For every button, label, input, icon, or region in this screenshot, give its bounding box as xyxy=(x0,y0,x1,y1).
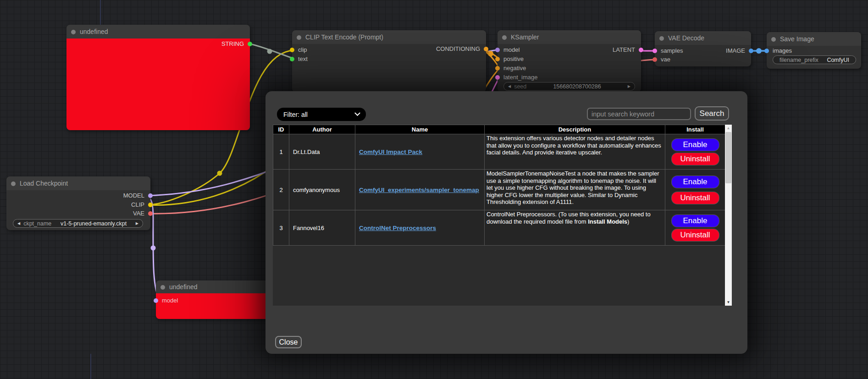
input-label: vae xyxy=(661,56,670,63)
widget-label: seed xyxy=(514,83,526,90)
output-label: LATENT xyxy=(613,46,635,53)
node-title: Save Image xyxy=(767,32,861,46)
table-row: 2 comfyanonymous ComfyUI_experiments/sam… xyxy=(273,170,725,210)
cell-description: ControlNet Preprocessors. (To use this e… xyxy=(485,210,665,246)
search-button[interactable]: Search xyxy=(695,106,729,121)
output-label: VAE xyxy=(133,210,144,217)
input-slot-text[interactable] xyxy=(290,57,294,61)
collapse-dot-icon[interactable] xyxy=(659,36,664,41)
extension-link[interactable]: ComfyUI_experiments/sampler_tonemap xyxy=(359,187,479,193)
output-slot-model[interactable] xyxy=(148,193,153,198)
input-label: latent_image xyxy=(503,74,537,81)
enable-button[interactable]: Enable xyxy=(672,215,719,227)
node-save-image[interactable]: Save Image images filename_prefix ComfyU… xyxy=(767,32,861,69)
output-slot-string[interactable] xyxy=(248,42,252,46)
cell-id: 1 xyxy=(273,134,289,170)
output-label: IMAGE xyxy=(726,47,745,54)
input-slot-latent-image[interactable] xyxy=(495,75,500,80)
node-title: KSampler xyxy=(498,30,641,44)
header-description: Description xyxy=(485,125,665,134)
reroute-dot[interactable] xyxy=(217,171,222,176)
input-slot-positive[interactable] xyxy=(495,57,500,61)
extension-link[interactable]: ControlNet Preprocessors xyxy=(359,225,436,231)
comfyui-canvas[interactable]: undefined STRING CLIP Text Encode (Promp… xyxy=(0,0,868,379)
input-slot-negative[interactable] xyxy=(495,66,500,71)
reroute-dot[interactable] xyxy=(756,48,762,54)
input-slot-model[interactable] xyxy=(154,298,158,303)
filename-prefix-widget[interactable]: filename_prefix ComfyUI xyxy=(773,55,856,64)
collapse-dot-icon[interactable] xyxy=(11,181,16,186)
cell-description: This extension offers various detector n… xyxy=(485,134,665,170)
table-row: 3 Fannovel16 ControlNet Preprocessors Co… xyxy=(273,210,725,246)
node-vae-decode[interactable]: VAE Decode samples vae IMAGE xyxy=(655,31,751,66)
header-name: Name xyxy=(355,125,485,134)
node-clip-text-encode[interactable]: CLIP Text Encode (Prompt) clip text COND… xyxy=(292,30,486,92)
ckpt-name-widget[interactable]: ◀ ckpt_name v1-5-pruned-emaonly.ckpt ▶ xyxy=(13,219,143,228)
output-slot-image[interactable] xyxy=(749,49,753,53)
enable-button[interactable]: Enable xyxy=(672,176,719,188)
filter-select[interactable]: Filter: all xyxy=(277,108,366,121)
filter-selected-value: Filter: all xyxy=(283,111,308,118)
seed-widget[interactable]: ◀ seed 156680208700286 ▶ xyxy=(503,82,635,91)
header-install: Install xyxy=(665,125,725,134)
input-slot-images[interactable] xyxy=(764,49,769,53)
widget-label: filename_prefix xyxy=(780,57,818,63)
extension-link[interactable]: ComfyUI Impact Pack xyxy=(359,148,422,155)
node-ksampler[interactable]: KSampler model positive negative latent_… xyxy=(498,30,641,92)
missing-node-body xyxy=(66,38,250,130)
close-button[interactable]: Close xyxy=(275,336,302,348)
cell-author: comfyanonymous xyxy=(289,170,355,210)
node-undefined-top[interactable]: undefined STRING xyxy=(66,25,250,130)
node-title: Load Checkpoint xyxy=(6,176,150,190)
collapse-dot-icon[interactable] xyxy=(502,35,507,40)
reroute-dot[interactable] xyxy=(267,49,272,54)
output-slot-conditioning[interactable] xyxy=(484,47,488,51)
cell-author: Dr.Lt.Data xyxy=(289,134,355,170)
table-scrollbar[interactable]: ▲ ▼ xyxy=(725,125,732,306)
output-label: STRING xyxy=(221,40,244,47)
output-slot-clip[interactable] xyxy=(148,203,153,207)
uninstall-button[interactable]: Uninstall xyxy=(672,153,719,165)
enable-button[interactable]: Enable xyxy=(672,139,719,151)
widget-value: 156680208700286 xyxy=(526,83,628,90)
node-undefined-bottom[interactable]: undefined model xyxy=(156,280,284,319)
decrement-arrow-icon[interactable]: ◀ xyxy=(508,82,511,91)
input-label: positive xyxy=(503,55,524,62)
widget-value: v1-5-pruned-emaonly.ckpt xyxy=(51,220,136,227)
collapse-dot-icon[interactable] xyxy=(771,37,776,42)
node-title: undefined xyxy=(156,280,284,293)
collapse-dot-icon[interactable] xyxy=(160,285,165,290)
node-title: VAE Decode xyxy=(655,31,751,45)
output-slot-latent[interactable] xyxy=(639,48,643,52)
widget-label: ckpt_name xyxy=(23,220,51,227)
reroute-dot[interactable] xyxy=(488,51,493,56)
next-arrow-icon[interactable]: ▶ xyxy=(136,219,138,228)
search-input[interactable] xyxy=(587,108,691,120)
uninstall-button[interactable]: Uninstall xyxy=(672,192,719,204)
output-label: MODEL xyxy=(123,192,144,199)
header-author: Author xyxy=(289,125,355,134)
cell-id: 2 xyxy=(273,170,289,210)
input-label: images xyxy=(773,47,792,54)
collapse-dot-icon[interactable] xyxy=(71,30,76,34)
uninstall-button[interactable]: Uninstall xyxy=(672,229,719,241)
output-slot-vae[interactable] xyxy=(148,211,153,216)
scroll-up-icon[interactable]: ▲ xyxy=(725,125,732,131)
node-title: undefined xyxy=(66,25,250,38)
output-label: CONDITIONING xyxy=(436,45,480,52)
table-header-row: ID Author Name Description Install xyxy=(273,125,725,134)
input-label: negative xyxy=(503,65,526,71)
widget-value: ComfyUI xyxy=(827,57,849,63)
scrollbar-thumb[interactable] xyxy=(725,132,731,183)
increment-arrow-icon[interactable]: ▶ xyxy=(628,82,630,91)
collapse-dot-icon[interactable] xyxy=(297,35,301,40)
header-id: ID xyxy=(273,125,289,134)
prev-arrow-icon[interactable]: ◀ xyxy=(17,219,20,228)
output-label: CLIP xyxy=(131,201,144,208)
cell-description: ModelSamplerTonemapNoiseTest a node that… xyxy=(485,170,665,210)
scroll-down-icon[interactable]: ▼ xyxy=(725,299,732,305)
node-load-checkpoint[interactable]: Load Checkpoint MODEL CLIP VAE ◀ ckpt_na… xyxy=(6,176,150,230)
input-slot-vae[interactable] xyxy=(652,57,657,62)
table-row: 1 Dr.Lt.Data ComfyUI Impact Pack This ex… xyxy=(273,134,725,170)
reroute-dot[interactable] xyxy=(151,246,156,251)
